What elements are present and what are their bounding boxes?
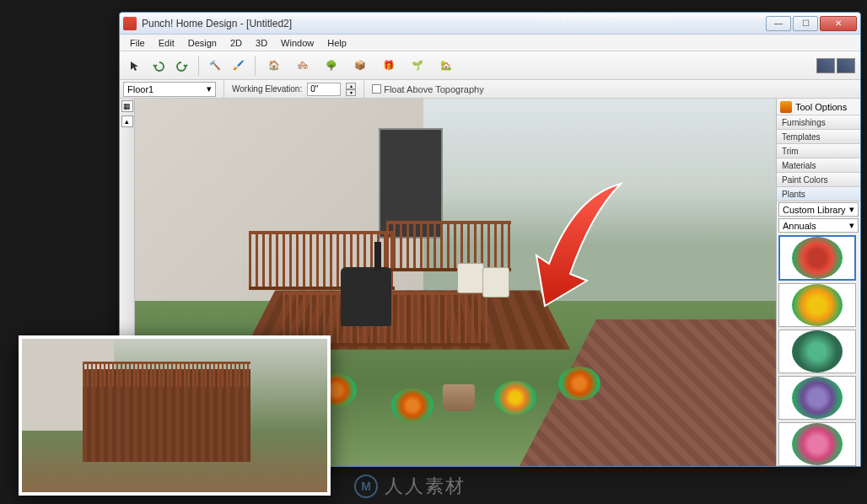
ruler-toggle-icon[interactable]: ▦ [121, 100, 133, 112]
chevron-down-icon: ▾ [849, 220, 854, 231]
separator [363, 79, 364, 99]
elevation-label: Working Elevation: [232, 84, 302, 94]
maximize-button[interactable]: ☐ [793, 16, 818, 31]
floor-selector-value: Floor1 [127, 84, 153, 94]
landscape-tool-icon[interactable]: 🌳 [319, 55, 344, 77]
main-toolbar: 🔨 🖌️ 🏠 🏘️ 🌳 📦 🎁 🌱 🏡 [120, 51, 860, 80]
pointer-tool-icon[interactable] [125, 56, 145, 76]
hammer-tool-icon[interactable]: 🔨 [205, 56, 225, 76]
tab-trim[interactable]: Trim [777, 144, 860, 158]
menubar: File Edit Design 2D 3D Window Help [120, 35, 860, 51]
plant-red-flower-thumb[interactable] [778, 235, 856, 281]
menu-3d[interactable]: 3D [249, 36, 274, 50]
panel-header: Tool Options [777, 99, 860, 115]
viewport-chair [482, 267, 509, 298]
floor-selector[interactable]: Floor1 ▾ [123, 82, 216, 97]
panel-header-icon [780, 101, 792, 113]
logo-icon: M [354, 475, 378, 498]
plant-preview-icon [792, 284, 843, 326]
close-button[interactable]: ✕ [820, 16, 857, 31]
plant-preview-icon [792, 423, 843, 465]
plant-purple-flower-thumb[interactable] [778, 376, 856, 420]
deck-railing [386, 221, 511, 271]
menu-help[interactable]: Help [320, 36, 353, 50]
options-bar: Floor1 ▾ Working Elevation: ▴▾ Float Abo… [120, 80, 860, 99]
viewport-flowers [558, 367, 600, 400]
library-dropdown-value: Custom Library [783, 205, 846, 215]
float-label: Float Above Topography [384, 84, 483, 94]
preview-railing [83, 362, 250, 387]
category-dropdown-value: Annuals [783, 221, 816, 231]
inset-preview [19, 335, 331, 496]
texture-toggle-group [816, 58, 855, 73]
minimize-button[interactable]: — [766, 16, 791, 31]
logo-text: 人人素材 [385, 474, 466, 499]
chevron-down-icon: ▾ [207, 83, 212, 94]
viewport-flowers [391, 389, 434, 422]
toolbar-separator [255, 56, 256, 76]
tab-paint-colors[interactable]: Paint Colors [777, 173, 860, 187]
panel-header-label: Tool Options [795, 102, 847, 112]
tab-plants[interactable]: Plants [777, 187, 860, 201]
tab-templates[interactable]: Templates [777, 130, 860, 144]
checkbox-icon [372, 84, 381, 94]
source-logo: M 人人素材 [354, 474, 466, 499]
watermark-text: www.rr-sc.com [541, 7, 673, 26]
menu-edit[interactable]: Edit [152, 36, 181, 50]
menu-design[interactable]: Design [181, 36, 223, 50]
library-dropdown[interactable]: Custom Library ▾ [778, 202, 859, 217]
redo-icon[interactable] [172, 56, 192, 76]
ruler-scroll-up-icon[interactable]: ▴ [121, 115, 133, 127]
viewport-planter [443, 384, 475, 411]
app-icon [123, 17, 137, 30]
separator [223, 79, 224, 99]
titlebar[interactable]: Punch! Home Design - [Untitled2] — ☐ ✕ [120, 13, 860, 35]
viewport-grill [341, 267, 391, 326]
menu-window[interactable]: Window [274, 36, 320, 50]
toolbar-separator [198, 56, 199, 76]
roof-tool-icon[interactable]: 🏘️ [290, 55, 315, 77]
plant-green-shrub-thumb[interactable] [778, 330, 856, 373]
viewport-flowers [494, 381, 536, 415]
plant-preview-icon [792, 330, 843, 373]
undo-icon[interactable] [148, 56, 169, 76]
texture-btn-1[interactable] [816, 58, 835, 73]
window-controls: — ☐ ✕ [764, 16, 857, 31]
menu-2d[interactable]: 2D [223, 36, 249, 50]
right-panel: Tool Options Furnishings Templates Trim … [776, 99, 860, 466]
furniture-tool-icon[interactable]: 🎁 [376, 55, 401, 77]
elevation-spinner[interactable]: ▴▾ [346, 83, 356, 96]
float-topography-checkbox[interactable]: Float Above Topography [372, 84, 483, 94]
viewport-chair [457, 263, 484, 293]
house-tool-icon[interactable]: 🏠 [261, 55, 287, 77]
chevron-down-icon: ▾ [849, 204, 854, 215]
elevation-input[interactable] [307, 83, 341, 96]
category-dropdown[interactable]: Annuals ▾ [778, 218, 859, 233]
plant-preview-icon [792, 377, 843, 419]
texture-btn-2[interactable] [837, 58, 855, 73]
cube-tool-icon[interactable]: 📦 [347, 55, 373, 77]
home-tool-icon[interactable]: 🏡 [434, 55, 459, 77]
plant-thumbnail-list[interactable] [777, 233, 860, 466]
plant-tool-icon[interactable]: 🌱 [405, 55, 430, 77]
menu-file[interactable]: File [123, 36, 152, 50]
tab-furnishings[interactable]: Furnishings [777, 115, 860, 130]
plant-yellow-flower-thumb[interactable] [778, 283, 856, 327]
plant-preview-icon [792, 237, 843, 279]
brush-tool-icon[interactable]: 🖌️ [229, 56, 249, 76]
plant-pink-flower-thumb[interactable] [778, 422, 856, 466]
tab-materials[interactable]: Materials [777, 158, 860, 173]
